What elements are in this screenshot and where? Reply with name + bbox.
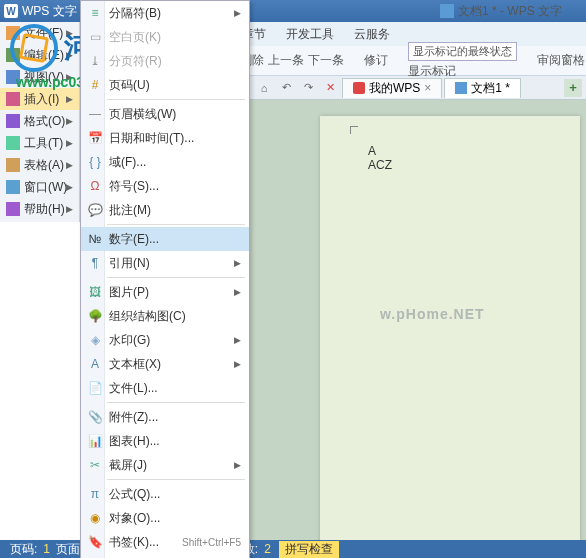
menu-separator bbox=[107, 479, 245, 480]
left-menu-view[interactable]: 视图(V)▶ bbox=[0, 66, 79, 88]
submenu-item-label: 对象(O)... bbox=[109, 510, 160, 527]
chevron-right-icon: ▶ bbox=[66, 72, 73, 82]
submenu-item-attach[interactable]: 📎附件(Z)... bbox=[81, 405, 249, 429]
status-mode[interactable]: 拼写检查 bbox=[279, 541, 339, 558]
submenu-item-label: 附件(Z)... bbox=[109, 409, 158, 426]
left-menu-edit-label: 编辑(E) bbox=[24, 47, 64, 64]
menu-cloud[interactable]: 云服务 bbox=[344, 26, 400, 43]
left-menu-insert[interactable]: 插入(I)▶ bbox=[0, 88, 79, 110]
left-menu-file[interactable]: 文件(F)▶ bbox=[0, 22, 79, 44]
screenshot-icon: ✂ bbox=[87, 457, 103, 473]
number-icon: № bbox=[87, 231, 103, 247]
file-icon: 📄 bbox=[87, 380, 103, 396]
tab-close-x-icon[interactable]: × bbox=[424, 81, 431, 95]
submenu-item-symbol[interactable]: Ω符号(S)... bbox=[81, 174, 249, 198]
add-tab-button[interactable]: + bbox=[564, 79, 582, 97]
chevron-right-icon: ▶ bbox=[234, 8, 241, 18]
submenu-item-pic[interactable]: 🖼图片(P)▶ bbox=[81, 280, 249, 304]
ribbon-revise[interactable]: 修订 bbox=[364, 52, 388, 69]
submenu-item-pagenum[interactable]: #页码(U) bbox=[81, 73, 249, 97]
submenu-item-headerline[interactable]: —页眉横线(W) bbox=[81, 102, 249, 126]
tools-icon bbox=[6, 136, 20, 150]
submenu-item-watermark[interactable]: ◈水印(G)▶ bbox=[81, 328, 249, 352]
submenu-item-pagebreak[interactable]: ⤓分页符(R) bbox=[81, 49, 249, 73]
submenu-item-org[interactable]: 🌳组织结构图(C) bbox=[81, 304, 249, 328]
ribbon-review-pane[interactable]: 审阅窗格 bbox=[537, 52, 585, 69]
submenu-item-sep[interactable]: ≡分隔符(B)▶ bbox=[81, 1, 249, 25]
ribbon-next[interactable]: 下一条 bbox=[308, 52, 344, 69]
tab-document1[interactable]: 文档1 * bbox=[444, 78, 521, 98]
submenu-item-object[interactable]: ◉对象(O)... bbox=[81, 506, 249, 530]
submenu-item-ref[interactable]: ¶引用(N)▶ bbox=[81, 251, 249, 275]
submenu-item-hyperlink[interactable]: 🔗超链接(I)...Ctrl+K bbox=[81, 554, 249, 558]
submenu-item-comment[interactable]: 💬批注(M) bbox=[81, 198, 249, 222]
pagenum-icon: # bbox=[87, 77, 103, 93]
blank-icon: ▭ bbox=[87, 29, 103, 45]
submenu-item-textbox[interactable]: A文本框(X)▶ bbox=[81, 352, 249, 376]
watermark-icon: ◈ bbox=[87, 332, 103, 348]
left-menu-help[interactable]: 帮助(H)▶ bbox=[0, 198, 79, 220]
submenu-item-field[interactable]: { }域(F)... bbox=[81, 150, 249, 174]
submenu-item-screenshot[interactable]: ✂截屏(J)▶ bbox=[81, 453, 249, 477]
document-page[interactable]: A ACZ w.pHome.NET bbox=[320, 116, 580, 558]
window-icon bbox=[6, 180, 20, 194]
left-menu-help-label: 帮助(H) bbox=[24, 201, 65, 218]
submenu-item-chart[interactable]: 📊图表(H)... bbox=[81, 429, 249, 453]
left-menu-table[interactable]: 表格(A)▶ bbox=[0, 154, 79, 176]
submenu-item-blank[interactable]: ▭空白页(K) bbox=[81, 25, 249, 49]
view-icon bbox=[6, 70, 20, 84]
app-logo-icon: W bbox=[4, 4, 18, 18]
datetime-icon: 📅 bbox=[87, 130, 103, 146]
chevron-right-icon: ▶ bbox=[66, 160, 73, 170]
file-icon bbox=[6, 26, 20, 40]
menu-devtools[interactable]: 开发工具 bbox=[276, 26, 344, 43]
submenu-item-formula[interactable]: π公式(Q)... bbox=[81, 482, 249, 506]
headerline-icon: — bbox=[87, 106, 103, 122]
object-icon: ◉ bbox=[87, 510, 103, 526]
chart-icon: 📊 bbox=[87, 433, 103, 449]
shortcut-label: Shift+Ctrl+F5 bbox=[182, 537, 241, 548]
left-menu-panel: 文件(F)▶ 编辑(E)▶ 视图(V)▶ 插入(I)▶ 格式(O)▶ 工具(T)… bbox=[0, 22, 80, 222]
formula-icon: π bbox=[87, 486, 103, 502]
left-menu-edit[interactable]: 编辑(E)▶ bbox=[0, 44, 79, 66]
tab-mywps-label: 我的WPS bbox=[369, 80, 420, 97]
track-state-select[interactable]: 显示标记的最终状态 bbox=[408, 42, 517, 61]
tab-close-icon[interactable]: ✕ bbox=[320, 79, 340, 97]
ribbon-prev[interactable]: 上一条 bbox=[268, 52, 304, 69]
submenu-item-label: 文本框(X) bbox=[109, 356, 161, 373]
center-watermark: w.pHome.NET bbox=[380, 306, 485, 322]
left-menu-tools-label: 工具(T) bbox=[24, 135, 63, 152]
pagebreak-icon: ⤓ bbox=[87, 53, 103, 69]
left-menu-tools[interactable]: 工具(T)▶ bbox=[0, 132, 79, 154]
insert-icon bbox=[6, 92, 20, 106]
text-line-2: ACZ bbox=[368, 158, 392, 172]
tab-redo-icon[interactable]: ↷ bbox=[298, 79, 318, 97]
document-tab-bar: ⌂ ↶ ↷ ✕ 我的WPS × 文档1 * + bbox=[250, 76, 586, 100]
left-menu-format-label: 格式(O) bbox=[24, 113, 65, 130]
submenu-item-label: 批注(M) bbox=[109, 202, 151, 219]
app-name: WPS 文字 bbox=[22, 3, 77, 20]
submenu-item-label: 分隔符(B) bbox=[109, 5, 161, 22]
status-page-label: 页码: bbox=[6, 541, 41, 558]
chevron-right-icon: ▶ bbox=[66, 116, 73, 126]
document-content: A ACZ bbox=[368, 144, 392, 172]
submenu-item-datetime[interactable]: 📅日期和时间(T)... bbox=[81, 126, 249, 150]
bookmark-icon: 🔖 bbox=[87, 534, 103, 550]
left-menu-insert-label: 插入(I) bbox=[24, 91, 59, 108]
tab-home-icon[interactable]: ⌂ bbox=[254, 79, 274, 97]
ribbon-group-track: 显示标记的最终状态 显示标记 bbox=[408, 42, 517, 80]
left-menu-window-label: 窗口(W) bbox=[24, 179, 67, 196]
menu-separator bbox=[107, 224, 245, 225]
tab-undo-icon[interactable]: ↶ bbox=[276, 79, 296, 97]
submenu-item-label: 组织结构图(C) bbox=[109, 308, 186, 325]
left-menu-window[interactable]: 窗口(W)▶ bbox=[0, 176, 79, 198]
left-menu-table-label: 表格(A) bbox=[24, 157, 64, 174]
insert-submenu: ≡分隔符(B)▶▭空白页(K)⤓分页符(R)#页码(U)—页眉横线(W)📅日期和… bbox=[80, 0, 250, 558]
submenu-item-number[interactable]: №数字(E)... bbox=[81, 227, 249, 251]
tab-mywps[interactable]: 我的WPS × bbox=[342, 78, 442, 98]
submenu-item-label: 分页符(R) bbox=[109, 53, 162, 70]
submenu-item-bookmark[interactable]: 🔖书签(K)...Shift+Ctrl+F5 bbox=[81, 530, 249, 554]
submenu-item-file[interactable]: 📄文件(L)... bbox=[81, 376, 249, 400]
left-menu-format[interactable]: 格式(O)▶ bbox=[0, 110, 79, 132]
tab-document1-label: 文档1 * bbox=[471, 80, 510, 97]
